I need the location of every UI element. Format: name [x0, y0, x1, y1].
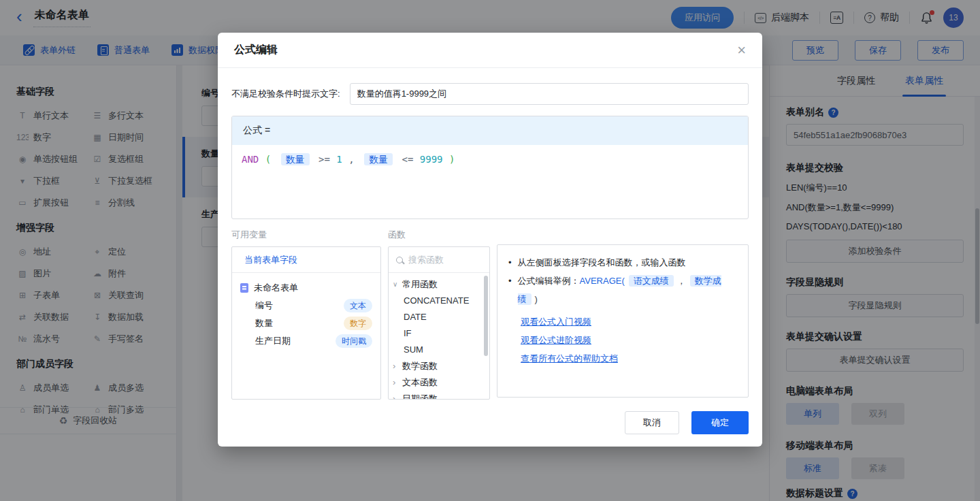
functions-column: 函数 常用函数 CONCATENATE [388, 229, 490, 400]
help-link[interactable]: 观看公式进阶视频 [521, 331, 591, 349]
formula-editor-modal: 公式编辑 × 不满足校验条件时提示文字: 公式 = AND ( 数量 [218, 33, 762, 447]
example-token: ， [677, 276, 686, 286]
function-search [389, 247, 489, 273]
field-type-badge: 文本 [344, 299, 372, 312]
help-links: 观看公式入门视频 观看公式进阶视频 查看所有公式的帮助文档 [508, 312, 737, 368]
formula-help-panel: • 从左侧面板选择字段名和函数，或输入函数 • 公式编辑举例：AVERAGE(语… [497, 244, 749, 398]
variable-field-item[interactable]: 生产日期 时间戳 [232, 332, 380, 350]
formula-token: 数量 [281, 153, 310, 165]
form-doc-icon [240, 283, 248, 293]
formula-token: 数量 [364, 153, 393, 165]
functions-label: 函数 [388, 229, 490, 241]
variable-field-item[interactable]: 编号 文本 [232, 297, 380, 314]
close-icon[interactable]: × [737, 43, 746, 58]
help-example: • 公式编辑举例：AVERAGE(语文成绩，数学成绩) [508, 272, 737, 308]
function-list-item[interactable]: IF [391, 325, 487, 342]
prompt-message-input[interactable] [350, 83, 749, 105]
search-icon [396, 257, 403, 263]
formula-token: 9999 [420, 154, 443, 165]
functions-panel: 常用函数 CONCATENATE DATE IF SUM 数学函数 [388, 246, 490, 400]
help-link[interactable]: 观看公式入门视频 [521, 312, 591, 331]
bullet: • [508, 253, 512, 272]
formula-token: >= [318, 154, 330, 165]
help-tip: • 从左侧面板选择字段名和函数，或输入函数 [508, 253, 737, 272]
variable-field-name: 数量 [255, 317, 273, 329]
help-link[interactable]: 查看所有公式的帮助文档 [521, 349, 618, 368]
function-list-item[interactable]: 文本函数 [391, 374, 487, 391]
modal-title: 公式编辑 [234, 43, 278, 57]
variables-form-node[interactable]: 未命名表单 [232, 279, 380, 297]
function-list-item[interactable]: 常用函数 [391, 276, 487, 293]
tab-current-form-fields[interactable]: 当前表单字段 [232, 247, 380, 273]
variable-field-name: 编号 [255, 300, 273, 312]
formula-token: 1 [336, 154, 342, 165]
function-list: 常用函数 CONCATENATE DATE IF SUM 数学函数 [389, 273, 489, 400]
formula-token: <= [402, 154, 414, 165]
function-search-input[interactable] [408, 255, 470, 265]
cancel-button[interactable]: 取消 [625, 411, 679, 434]
bullet: • [508, 272, 512, 308]
modal-body: 不满足校验条件时提示文字: 公式 = AND ( 数量 >= 1 [218, 68, 762, 400]
formula-token: AND [242, 154, 259, 165]
scrollbar-thumb[interactable] [484, 276, 488, 356]
example-token: ) [535, 294, 538, 304]
help-label-spacer [497, 229, 749, 239]
app-window: ‹ 未命名表单 应用访问 </> 后端脚本 ≡A ? 帮助 13 [0, 0, 980, 501]
variable-field-name: 生产日期 [255, 335, 291, 347]
formula-token: ) [449, 154, 455, 165]
variables-label: 可用变量 [231, 229, 381, 241]
function-list-item[interactable]: DATE [391, 309, 487, 325]
variable-field-item[interactable]: 数量 数字 [232, 314, 380, 332]
prompt-row: 不满足校验条件时提示文字: [231, 83, 749, 105]
variables-panel: 当前表单字段 未命名表单 编号 文本 [231, 246, 381, 400]
modal-footer: 取消 确定 [218, 399, 762, 447]
formula-expression[interactable]: AND ( 数量 >= 1 , 数量 <= [232, 145, 748, 175]
example-token: 语文成绩 [629, 275, 674, 287]
formula-token: ( [265, 154, 271, 165]
field-type-badge: 数字 [344, 317, 372, 330]
function-list-item[interactable]: CONCATENATE [391, 293, 487, 309]
variables-field-list: 编号 文本 数量 数字 [232, 297, 380, 350]
help-column: • 从左侧面板选择字段名和函数，或输入函数 • 公式编辑举例：AVERAGE(语… [497, 229, 749, 400]
variables-column: 可用变量 当前表单字段 未命名表单 [231, 229, 381, 400]
function-list-item[interactable]: SUM [391, 342, 487, 358]
variables-tree: 未命名表单 编号 文本 [232, 273, 380, 356]
formula-header: 公式 = [232, 116, 748, 145]
field-type-badge: 时间戳 [336, 334, 372, 348]
function-list-item[interactable]: 数学函数 [391, 358, 487, 374]
formula-editor[interactable]: 公式 = AND ( 数量 >= 1 , [231, 116, 749, 219]
modal-header: 公式编辑 × [218, 33, 762, 68]
example-token: AVERAGE( [580, 276, 625, 286]
prompt-label: 不满足校验条件时提示文字: [231, 88, 340, 100]
confirm-button[interactable]: 确定 [691, 411, 749, 434]
formula-token: , [348, 154, 354, 165]
formula-helper-panels: 可用变量 当前表单字段 未命名表单 [231, 229, 749, 400]
